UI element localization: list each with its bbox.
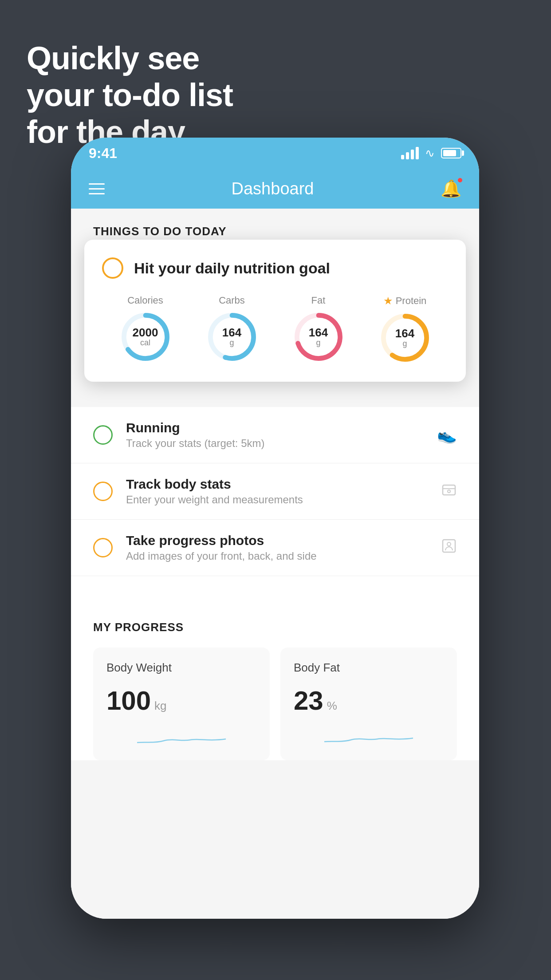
body-fat-title: Body Fat <box>294 661 444 675</box>
todo-list: Running Track your stats (target: 5km) 👟… <box>71 407 479 576</box>
nutrition-card-title: Hit your daily nutrition goal <box>134 260 330 277</box>
photos-sub: Add images of your front, back, and side <box>126 550 441 562</box>
notification-dot <box>457 177 463 183</box>
running-checkbox[interactable] <box>93 425 113 445</box>
hamburger-menu[interactable] <box>89 183 105 194</box>
body-weight-title: Body Weight <box>106 661 256 675</box>
nutrition-stats: Calories 2000 cal Carbs <box>102 295 448 362</box>
body-fat-unit: % <box>327 699 337 713</box>
body-weight-value-row: 100 kg <box>106 685 256 716</box>
battery-icon <box>441 148 461 158</box>
app-header: Dashboard 🔔 <box>71 169 479 209</box>
section-title-today: THINGS TO DO TODAY <box>93 225 227 238</box>
fat-donut: 164 g <box>294 312 343 361</box>
app-content: THINGS TO DO TODAY Hit your daily nutrit… <box>71 209 479 919</box>
hero-line-1: Quickly see <box>27 40 233 77</box>
status-icons: ∿ <box>401 146 461 160</box>
progress-cards: Body Weight 100 kg Body Fat 23 <box>93 648 457 760</box>
status-bar: 9:41 ∿ <box>71 138 479 169</box>
progress-section-title: MY PROGRESS <box>93 620 457 634</box>
protein-stat: ★ Protein 164 g <box>381 295 429 362</box>
hero-line-2: your to-do list <box>27 77 233 114</box>
body-weight-card[interactable]: Body Weight 100 kg <box>93 648 270 760</box>
calories-donut: 2000 cal <box>121 312 170 361</box>
fat-value: 164 <box>309 327 328 338</box>
body-fat-number: 23 <box>294 685 323 716</box>
photos-main: Take progress photos <box>126 533 441 548</box>
carbs-unit: g <box>222 338 241 348</box>
todo-item-running[interactable]: Running Track your stats (target: 5km) 👟 <box>71 407 479 463</box>
status-time: 9:41 <box>89 145 117 162</box>
progress-section: MY PROGRESS Body Weight 100 kg <box>71 598 479 760</box>
carbs-donut: 164 g <box>208 312 256 361</box>
header-title: Dashboard <box>232 179 314 198</box>
fat-label: Fat <box>311 295 326 306</box>
protein-unit: g <box>395 339 414 348</box>
body-stats-sub: Enter your weight and measurements <box>126 494 441 506</box>
shoe-icon: 👟 <box>437 426 457 444</box>
hero-text: Quickly see your to-do list for the day. <box>27 40 233 150</box>
svg-point-12 <box>447 542 451 546</box>
calories-unit: cal <box>133 338 158 348</box>
body-stats-checkbox[interactable] <box>93 482 113 501</box>
photos-text: Take progress photos Add images of your … <box>126 533 441 562</box>
running-main: Running <box>126 420 437 435</box>
todo-item-body-stats[interactable]: Track body stats Enter your weight and m… <box>71 463 479 520</box>
body-fat-value-row: 23 % <box>294 685 444 716</box>
running-text: Running Track your stats (target: 5km) <box>126 420 437 450</box>
body-weight-chart <box>106 725 256 760</box>
protein-star-icon: ★ <box>383 295 393 307</box>
fat-unit: g <box>309 338 328 348</box>
nutrition-checkbox[interactable] <box>102 257 123 279</box>
protein-label: Protein <box>396 295 427 307</box>
calories-stat: Calories 2000 cal <box>121 295 170 361</box>
protein-label-row: ★ Protein <box>383 295 427 307</box>
notification-bell[interactable]: 🔔 <box>441 179 461 198</box>
calories-value: 2000 <box>133 327 158 338</box>
wifi-icon: ∿ <box>425 146 435 160</box>
carbs-stat: Carbs 164 g <box>208 295 256 361</box>
todo-item-photos[interactable]: Take progress photos Add images of your … <box>71 520 479 576</box>
phone-frame: 9:41 ∿ Dashboard 🔔 THINGS TO DO TODAY <box>71 138 479 919</box>
person-icon <box>441 538 457 558</box>
scale-icon <box>441 482 457 502</box>
protein-donut: 164 g <box>381 313 429 362</box>
calories-label: Calories <box>127 295 163 306</box>
running-sub: Track your stats (target: 5km) <box>126 437 437 450</box>
carbs-label: Carbs <box>219 295 245 306</box>
photos-checkbox[interactable] <box>93 538 113 557</box>
body-fat-chart <box>294 725 444 760</box>
body-stats-main: Track body stats <box>126 477 441 492</box>
body-stats-text: Track body stats Enter your weight and m… <box>126 477 441 506</box>
signal-icon <box>401 147 419 159</box>
body-fat-card[interactable]: Body Fat 23 % <box>280 648 457 760</box>
fat-stat: Fat 164 g <box>294 295 343 361</box>
body-weight-unit: kg <box>154 699 166 713</box>
carbs-value: 164 <box>222 327 241 338</box>
svg-point-10 <box>448 490 450 493</box>
protein-value: 164 <box>395 328 414 339</box>
nutrition-card[interactable]: Hit your daily nutrition goal Calories 2… <box>84 240 466 382</box>
body-weight-number: 100 <box>106 685 151 716</box>
